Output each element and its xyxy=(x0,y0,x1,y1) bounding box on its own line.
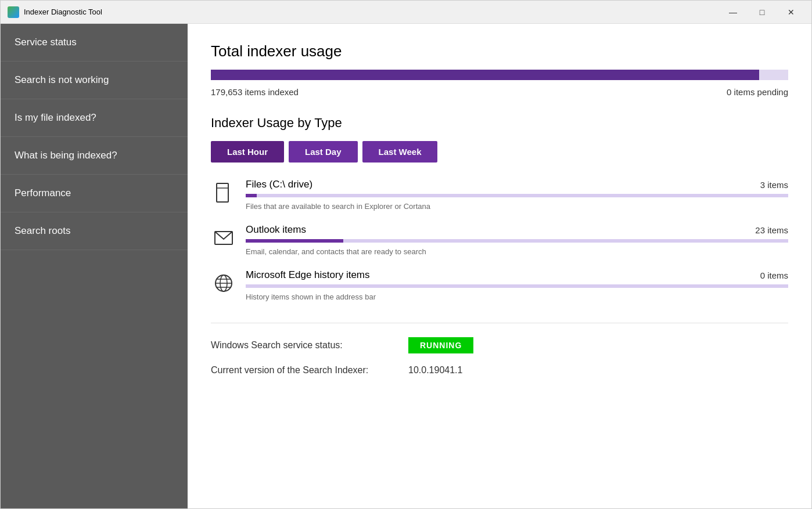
outlook-progress-bar xyxy=(246,239,788,243)
mail-icon xyxy=(211,225,236,251)
titlebar: Indexer Diagnostic Tool — □ ✕ xyxy=(1,1,811,24)
type-item-outlook: Outlook items 23 items Email, calendar, … xyxy=(211,224,788,257)
app-icon xyxy=(8,6,19,18)
content-area: Total indexer usage 179,653 items indexe… xyxy=(188,24,811,508)
sidebar-item-search-roots[interactable]: Search roots xyxy=(1,212,188,250)
service-status-row: Windows Search service status: RUNNING xyxy=(211,337,788,353)
files-info: Files (C:\ drive) 3 items Files that are… xyxy=(246,179,788,211)
sidebar-item-performance[interactable]: Performance xyxy=(1,175,188,212)
sidebar-item-search-not-working[interactable]: Search is not working xyxy=(1,62,188,99)
files-progress-fill xyxy=(246,194,257,197)
sidebar-item-service-status[interactable]: Service status xyxy=(1,24,188,62)
outlook-header: Outlook items 23 items xyxy=(246,224,788,236)
files-header: Files (C:\ drive) 3 items xyxy=(246,179,788,190)
last-week-button[interactable]: Last Week xyxy=(362,141,438,163)
version-value: 10.0.19041.1 xyxy=(408,365,462,376)
items-pending: 0 items pending xyxy=(727,87,788,97)
usage-by-type-title: Indexer Usage by Type xyxy=(211,115,788,131)
files-desc: Files that are available to search in Ex… xyxy=(246,202,430,211)
type-item-edge: Microsoft Edge history items 0 items His… xyxy=(211,269,788,302)
sidebar-item-what-is-being-indexed[interactable]: What is being indexed? xyxy=(1,137,188,175)
file-icon xyxy=(211,180,236,205)
time-buttons: Last Hour Last Day Last Week xyxy=(211,141,788,163)
edge-desc: History items shown in the address bar xyxy=(246,293,376,301)
total-usage-title: Total indexer usage xyxy=(211,42,788,60)
svg-rect-0 xyxy=(217,183,228,202)
outlook-progress-fill xyxy=(246,239,343,243)
total-progress-bar xyxy=(211,70,788,80)
version-row: Current version of the Search Indexer: 1… xyxy=(211,365,788,376)
edge-count: 0 items xyxy=(760,270,788,280)
files-name: Files (C:\ drive) xyxy=(246,179,312,190)
last-day-button[interactable]: Last Day xyxy=(289,141,358,163)
total-progress-fill xyxy=(211,70,759,80)
service-status-label: Windows Search service status: xyxy=(211,340,408,351)
outlook-info: Outlook items 23 items Email, calendar, … xyxy=(246,224,788,257)
last-hour-button[interactable]: Last Hour xyxy=(211,141,284,163)
close-button[interactable]: ✕ xyxy=(778,3,804,21)
files-count: 3 items xyxy=(760,180,788,190)
edge-progress-bar xyxy=(246,284,788,288)
outlook-desc: Email, calendar, and contacts that are r… xyxy=(246,247,426,256)
outlook-count: 23 items xyxy=(755,225,788,235)
edge-header: Microsoft Edge history items 0 items xyxy=(246,269,788,281)
window-controls: — □ ✕ xyxy=(720,3,804,21)
edge-name: Microsoft Edge history items xyxy=(246,269,370,281)
type-item-files: Files (C:\ drive) 3 items Files that are… xyxy=(211,179,788,211)
edge-info: Microsoft Edge history items 0 items His… xyxy=(246,269,788,302)
service-status-badge: RUNNING xyxy=(408,337,473,353)
files-progress-bar xyxy=(246,194,788,197)
globe-icon xyxy=(211,270,236,296)
items-indexed: 179,653 items indexed xyxy=(211,87,299,97)
indexed-row: 179,653 items indexed 0 items pending xyxy=(211,87,788,97)
status-section: Windows Search service status: RUNNING C… xyxy=(211,323,788,376)
maximize-button[interactable]: □ xyxy=(749,3,775,21)
app-window: Indexer Diagnostic Tool — □ ✕ Service st… xyxy=(0,0,812,509)
window-title: Indexer Diagnostic Tool xyxy=(24,8,720,16)
outlook-name: Outlook items xyxy=(246,224,306,236)
main-layout: Service status Search is not working Is … xyxy=(1,24,811,508)
sidebar-item-is-my-file-indexed[interactable]: Is my file indexed? xyxy=(1,99,188,137)
version-label: Current version of the Search Indexer: xyxy=(211,365,408,376)
sidebar: Service status Search is not working Is … xyxy=(1,24,188,508)
minimize-button[interactable]: — xyxy=(720,3,746,21)
